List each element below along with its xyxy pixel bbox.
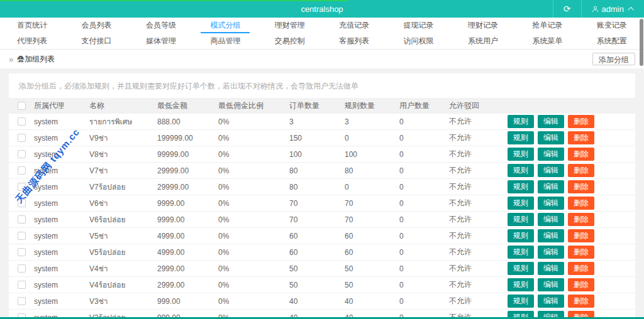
column-header-允许驳回: 允许驳回 <box>449 100 508 111</box>
cell-users: 0 <box>399 199 449 208</box>
row-checkbox[interactable] <box>18 232 26 240</box>
nav-item-理财管理[interactable]: 理财管理 <box>258 18 322 33</box>
add-group-button[interactable]: 添加分组 <box>592 53 635 65</box>
user-menu[interactable]: admin <box>581 0 644 18</box>
nav-item-支付接口[interactable]: 支付接口 <box>64 33 128 49</box>
cell-rules: 40 <box>345 297 399 306</box>
column-header-名称: 名称 <box>89 100 157 111</box>
row-checkbox[interactable] <box>18 215 26 224</box>
select-all-checkbox[interactable] <box>18 102 26 110</box>
row-action-编辑[interactable]: 编辑 <box>538 115 564 127</box>
row-action-删除[interactable]: 删除 <box>568 246 594 258</box>
nav-item-商品管理[interactable]: 商品管理 <box>193 33 257 49</box>
header-actions: ⟳ admin <box>553 0 644 18</box>
nav-item-理财记录[interactable]: 理财记录 <box>451 18 515 33</box>
nav-item-客服列表[interactable]: 客服列表 <box>322 33 386 49</box>
nav-item-会员等级[interactable]: 会员等级 <box>129 18 193 33</box>
table-row: systemV9ช่า199999.000%15000不允许规则编辑删除 <box>9 130 635 146</box>
table-row: systemV4ร้อปล่อย2999.000%50500不允许规则编辑删除 <box>9 277 635 293</box>
row-action-规则[interactable]: 规则 <box>508 213 534 225</box>
refresh-button[interactable]: ⟳ <box>553 0 581 18</box>
row-actions: 规则编辑删除 <box>508 229 635 242</box>
row-checkbox[interactable] <box>18 166 26 175</box>
column-header-所属代理: 所属代理 <box>34 100 89 111</box>
nav-item-会员列表[interactable]: 会员列表 <box>64 18 128 33</box>
row-checkbox[interactable] <box>18 117 26 126</box>
nav-item-充值记录[interactable]: 充值记录 <box>322 18 386 33</box>
nav-item-媒体管理[interactable]: 媒体管理 <box>129 33 193 49</box>
row-action-规则[interactable]: 规则 <box>508 295 534 307</box>
row-action-删除[interactable]: 删除 <box>568 295 594 307</box>
cell-allow: 不允许 <box>449 230 508 241</box>
row-action-删除[interactable]: 删除 <box>568 262 594 274</box>
row-action-删除[interactable]: 删除 <box>568 229 594 242</box>
cell-allow: 不允许 <box>449 198 508 208</box>
row-action-删除[interactable]: 删除 <box>568 115 594 127</box>
nav-item-系统菜单[interactable]: 系统菜单 <box>515 33 579 49</box>
row-checkbox[interactable] <box>18 183 26 191</box>
nav-item-抢单记录[interactable]: 抢单记录 <box>515 18 579 33</box>
row-action-规则[interactable]: 规则 <box>508 262 534 274</box>
row-action-编辑[interactable]: 编辑 <box>538 131 564 144</box>
row-action-编辑[interactable]: 编辑 <box>538 213 564 225</box>
cell-users: 0 <box>399 248 449 257</box>
row-action-编辑[interactable]: 编辑 <box>538 164 564 176</box>
nav-item-首页统计[interactable]: 首页统计 <box>0 18 64 33</box>
row-action-删除[interactable]: 删除 <box>568 278 594 291</box>
row-action-规则[interactable]: 规则 <box>508 148 534 160</box>
row-action-编辑[interactable]: 编辑 <box>538 180 564 193</box>
row-action-编辑[interactable]: 编辑 <box>538 229 564 242</box>
row-action-删除[interactable]: 删除 <box>568 131 594 144</box>
row-action-编辑[interactable]: 编辑 <box>538 278 564 291</box>
row-action-删除[interactable]: 删除 <box>568 164 594 176</box>
cell-commission: 0% <box>218 134 289 143</box>
row-action-规则[interactable]: 规则 <box>508 197 534 209</box>
row-action-编辑[interactable]: 编辑 <box>538 295 564 307</box>
row-checkbox[interactable] <box>18 281 26 289</box>
nav-item-模式分组[interactable]: 模式分组 <box>193 18 257 33</box>
cell-agent: system <box>34 215 89 224</box>
vertical-scrollbar-thumb[interactable] <box>640 19 643 66</box>
cell-agent: system <box>34 264 89 273</box>
row-checkbox[interactable] <box>18 248 26 256</box>
row-action-规则[interactable]: 规则 <box>508 131 534 144</box>
row-action-删除[interactable]: 删除 <box>568 180 594 193</box>
cell-min_amount: 199999.00 <box>157 134 218 143</box>
row-action-规则[interactable]: 规则 <box>508 246 534 258</box>
row-action-编辑[interactable]: 编辑 <box>538 246 564 258</box>
row-actions: 规则编辑删除 <box>508 148 635 160</box>
main-nav: 首页统计会员列表会员等级模式分组理财管理充值记录提现记录理财记录抢单记录账变记录… <box>0 18 644 50</box>
nav-item-系统用户[interactable]: 系统用户 <box>451 33 515 49</box>
row-action-编辑[interactable]: 编辑 <box>538 148 564 160</box>
nav-item-账变记录[interactable]: 账变记录 <box>580 18 644 33</box>
table-row: systemV3ช่า999.000%40400不允许规则编辑删除 <box>9 293 635 310</box>
nav-item-代理列表[interactable]: 代理列表 <box>0 33 64 49</box>
row-action-规则[interactable]: 规则 <box>508 164 534 176</box>
row-action-规则[interactable]: 规则 <box>508 278 534 291</box>
cell-name: V7ช่า <box>89 165 157 176</box>
nav-item-提现记录[interactable]: 提现记录 <box>386 18 450 33</box>
cell-name: V7ร้อปล่อย <box>89 181 157 193</box>
row-checkbox[interactable] <box>18 297 26 305</box>
row-action-删除[interactable]: 删除 <box>568 197 594 209</box>
row-action-删除[interactable]: 删除 <box>568 148 594 160</box>
nav-item-访问权限[interactable]: 访问权限 <box>386 33 450 49</box>
header-checkbox-cell <box>9 102 34 110</box>
row-action-编辑[interactable]: 编辑 <box>538 262 564 274</box>
nav-item-交易控制[interactable]: 交易控制 <box>258 33 322 49</box>
row-checkbox[interactable] <box>18 199 26 207</box>
nav-item-系统配置[interactable]: 系统配置 <box>580 33 644 49</box>
row-action-删除[interactable]: 删除 <box>568 213 594 225</box>
row-action-规则[interactable]: 规则 <box>508 115 534 127</box>
row-checkbox[interactable] <box>18 134 26 142</box>
row-action-编辑[interactable]: 编辑 <box>538 197 564 209</box>
row-action-规则[interactable]: 规则 <box>508 229 534 242</box>
row-checkbox[interactable] <box>18 150 26 158</box>
cell-rules: 0 <box>345 183 399 192</box>
row-checkbox-cell <box>9 232 34 240</box>
cell-commission: 0% <box>218 183 289 192</box>
row-actions: 规则编辑删除 <box>508 131 635 144</box>
row-checkbox[interactable] <box>18 264 26 273</box>
row-action-规则[interactable]: 规则 <box>508 180 534 193</box>
hint-text: 添加分组后，必须添加规则，并且规则需要对应好订单个数，若出现不对称情况，会导致用… <box>9 73 635 98</box>
